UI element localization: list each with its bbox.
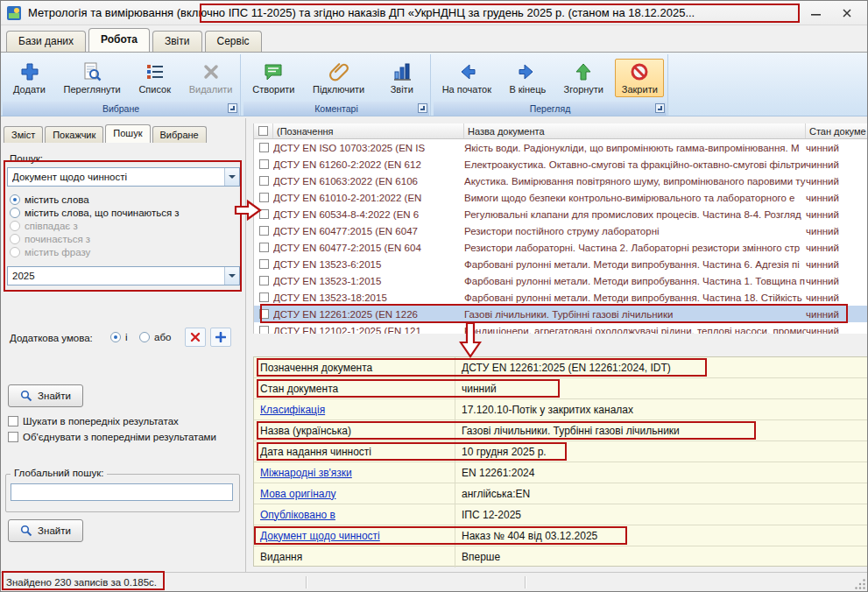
table-row[interactable]: ДСТУ EN 60534-8-4:2022 (EN 6Регулювальні… bbox=[254, 206, 868, 222]
tab-favorites[interactable]: Вибране bbox=[152, 126, 207, 143]
group-favorites: Додати Переглянути Список Видалити Вибра… bbox=[3, 54, 241, 116]
add-button[interactable]: Додати bbox=[5, 59, 54, 97]
detail-value: Газові лічильники. Турбінні газові лічил… bbox=[455, 420, 868, 440]
detail-row: Мова оригіналуанглійська:EN bbox=[254, 483, 868, 504]
status-separator bbox=[525, 576, 526, 588]
tab-contents[interactable]: Зміст bbox=[4, 126, 43, 143]
detail-label: Стан документа bbox=[254, 378, 455, 398]
radio-begins-with[interactable]: починається з bbox=[10, 234, 90, 244]
row-checkbox[interactable] bbox=[259, 143, 269, 152]
row-checkbox[interactable] bbox=[259, 226, 269, 236]
table-row[interactable]: ДСТУ EN 13523-1:2015Фарбовані рулонні ме… bbox=[254, 272, 868, 289]
checkbox-search-in-previous[interactable]: Шукати в попередніх результатах bbox=[8, 416, 179, 426]
classification-link[interactable]: Класифікація bbox=[260, 404, 325, 416]
red-x-icon bbox=[190, 332, 201, 342]
go-first-button[interactable]: На початок bbox=[437, 59, 497, 97]
table-row[interactable]: ДСТУ EN 13523-18:2015Фарбовані рулонні м… bbox=[254, 289, 868, 306]
table-row[interactable]: ДСТУ EN 61010-2-201:2022 (ENВимоги щодо … bbox=[254, 189, 868, 206]
original-language-link[interactable]: Мова оригіналу bbox=[260, 488, 335, 500]
comments-dialog-launcher[interactable] bbox=[418, 103, 427, 113]
tab-reports[interactable]: Звіти bbox=[152, 31, 202, 52]
row-checkbox[interactable] bbox=[259, 309, 269, 319]
row-checkbox[interactable] bbox=[259, 193, 269, 202]
global-search-input[interactable] bbox=[11, 483, 233, 501]
validity-document-link[interactable]: Документ щодо чинності bbox=[260, 530, 380, 542]
close-button[interactable] bbox=[834, 4, 860, 23]
row-checkbox[interactable] bbox=[259, 209, 269, 219]
row-checkbox[interactable] bbox=[259, 326, 269, 334]
header-name[interactable]: Назва документа bbox=[464, 123, 806, 138]
remove-condition-button[interactable] bbox=[185, 328, 206, 347]
tab-databases[interactable]: Бази даних bbox=[6, 31, 86, 52]
published-in-link[interactable]: Опубліковано в bbox=[260, 509, 335, 521]
row-checkbox[interactable] bbox=[259, 259, 269, 269]
minimize-button[interactable] bbox=[802, 4, 829, 23]
row-checkbox[interactable] bbox=[259, 159, 269, 169]
add-condition-button[interactable] bbox=[210, 328, 231, 347]
group-label-view: Перегляд bbox=[434, 102, 667, 116]
row-checkbox[interactable] bbox=[259, 276, 269, 285]
radio-contains-phrase[interactable]: містить фразу bbox=[10, 247, 90, 257]
window-title: Метрологія та вимірювання (включно ІПС 1… bbox=[28, 6, 695, 19]
radio-starts-with-words[interactable]: містить слова, що починаються з bbox=[10, 208, 180, 218]
row-checkbox[interactable] bbox=[259, 243, 269, 252]
paperclip-icon bbox=[328, 61, 349, 82]
view-dialog-launcher[interactable] bbox=[655, 103, 665, 113]
group-label-favorites: Вибране bbox=[3, 102, 239, 116]
row-checkbox[interactable] bbox=[259, 292, 269, 302]
header-designation[interactable]: (Позначення bbox=[273, 123, 464, 138]
table-row[interactable]: ДСТУ EN 61260-2:2022 (EN 612Електроакуст… bbox=[254, 156, 868, 173]
attach-comment-button[interactable]: Підключити bbox=[307, 59, 370, 97]
table-row-selected[interactable]: ДСТУ EN 12261:2025 (EN 1226Газові лічиль… bbox=[254, 306, 868, 322]
table-row[interactable]: ДСТУ EN ISO 10703:2025 (EN ISЯкість води… bbox=[254, 139, 868, 156]
checkbox-icon bbox=[258, 126, 268, 136]
list-button[interactable]: Список bbox=[131, 59, 180, 97]
go-last-button[interactable]: В кінець bbox=[503, 59, 552, 97]
header-status[interactable]: Стан докуме bbox=[806, 123, 868, 138]
tab-service[interactable]: Сервіс bbox=[205, 31, 262, 52]
tab-work[interactable]: Робота bbox=[88, 28, 150, 52]
title-bar: Метрологія та вимірювання (включно ІПС 1… bbox=[1, 1, 867, 25]
detail-value: англійська:EN bbox=[455, 483, 868, 504]
radio-contains-words[interactable]: містить слова bbox=[10, 194, 89, 205]
tab-index[interactable]: Покажчик bbox=[45, 126, 103, 143]
search-field-combobox[interactable]: Документ щодо чинності bbox=[7, 167, 240, 187]
comment-reports-button[interactable]: Звіти bbox=[378, 59, 427, 97]
global-find-button[interactable]: Знайти bbox=[8, 519, 83, 542]
resize-grip[interactable] bbox=[855, 579, 866, 590]
checkbox-merge-with-previous[interactable]: Об'єднувати з попередніми результатами bbox=[8, 432, 216, 442]
table-row[interactable]: ДСТУ EN 13523-6:2015Фарбовані рулонні ме… bbox=[254, 256, 868, 272]
favorites-dialog-launcher[interactable] bbox=[228, 103, 237, 113]
radio-and[interactable]: і bbox=[110, 332, 128, 342]
search-query-combobox[interactable]: 2025 bbox=[7, 266, 240, 285]
row-checkbox[interactable] bbox=[259, 176, 269, 186]
international-relations-link[interactable]: Міжнародні зв'язки bbox=[260, 467, 352, 479]
tab-search[interactable]: Пошук bbox=[105, 124, 150, 143]
header-select-all[interactable] bbox=[254, 123, 273, 138]
search-icon bbox=[20, 390, 32, 402]
table-row[interactable]: ДСТУ EN 60477-2:2015 (EN 604Резистори ла… bbox=[254, 239, 868, 256]
table-row[interactable]: ДСТУ EN 12102-1:2025 (EN 121Кондиціонери… bbox=[254, 322, 868, 334]
collapse-button[interactable]: Згорнути bbox=[559, 59, 609, 97]
table-row[interactable]: ДСТУ EN 60477:2015 (EN 6047Резистори пос… bbox=[254, 222, 868, 239]
delete-icon bbox=[201, 61, 222, 82]
document-list: (Позначення Назва документа Стан докуме … bbox=[253, 123, 868, 334]
detail-row: Дата надання чинності10 грудня 2025 р. bbox=[254, 441, 868, 462]
detail-value: Наказ № 404 від 03.12.2025 bbox=[455, 525, 868, 546]
table-row[interactable]: ДСТУ EN 61063:2022 (EN 6106Акустика. Вим… bbox=[254, 173, 868, 189]
combobox-dropdown-icon[interactable] bbox=[224, 168, 239, 186]
create-comment-button[interactable]: Створити bbox=[247, 59, 300, 97]
arrow-first-icon bbox=[456, 61, 477, 82]
detail-label: Дата надання чинності bbox=[254, 441, 455, 462]
add-icon bbox=[19, 61, 40, 82]
detail-row: Позначення документаДСТУ EN 12261:2025 (… bbox=[254, 357, 868, 378]
detail-row: Стан документачинний bbox=[254, 378, 868, 399]
detail-row: ВиданняВперше bbox=[254, 546, 868, 567]
close-db-button[interactable]: Закрити bbox=[615, 59, 664, 97]
delete-button[interactable]: Видалити bbox=[184, 59, 238, 97]
radio-or[interactable]: або bbox=[139, 332, 171, 342]
radio-matches[interactable]: співпадає з bbox=[10, 221, 78, 231]
query-dropdown-icon[interactable] bbox=[224, 267, 239, 285]
view-button[interactable]: Переглянути bbox=[59, 59, 126, 97]
find-button[interactable]: Знайти bbox=[8, 384, 83, 407]
